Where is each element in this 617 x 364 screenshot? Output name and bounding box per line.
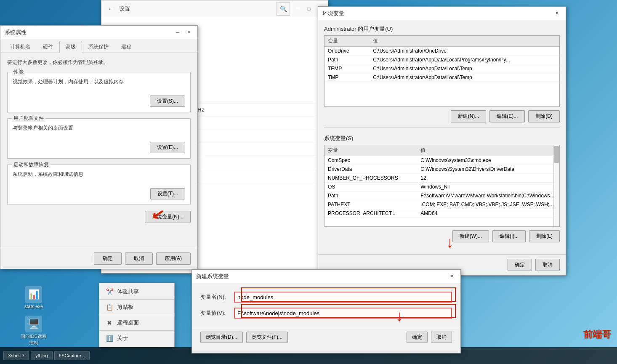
var-value-input[interactable]: [234, 308, 452, 319]
experience-icon: ✂️: [106, 288, 113, 295]
stats-icon: 📊: [25, 286, 42, 303]
settings-nav: ← 设置: [105, 3, 130, 15]
fscapture-label: FSCapture...: [59, 353, 85, 358]
sys-vars-table-container: 变量 值 ComSpec C:\Windows\system32\cmd.exe…: [324, 145, 560, 227]
sys-props-close-btn[interactable]: ✕: [184, 29, 193, 36]
context-menu-remote[interactable]: ✖ 远程桌面: [99, 316, 174, 329]
env-vars-btn[interactable]: 环境变量(N)...: [145, 211, 191, 223]
sys-props-ok-btn[interactable]: 确定: [94, 252, 122, 265]
var-value-label: 变量值(V):: [200, 309, 234, 317]
settings-title: 设置: [119, 5, 130, 13]
user-var-row-2[interactable]: TEMP C:\Users\Administrator\AppData\Loca…: [324, 64, 559, 73]
settings-search-btn[interactable]: 🔍: [277, 2, 290, 16]
sys-props-apply-btn[interactable]: 应用(A): [156, 252, 191, 265]
var-value-row: 变量值(V):: [200, 308, 452, 319]
user-profile-desc: 与登录帐户相关的桌面设置: [13, 125, 185, 132]
sys-var-row-5[interactable]: PATHEXT .COM;.EXE;.BAT;.CMD;.VBS;.VBE;.J…: [324, 200, 559, 209]
sys-new-btn[interactable]: 新建(W)...: [452, 230, 489, 242]
user-vars-table: 变量 值 OneDrive C:\Users\Administrator\One…: [324, 36, 559, 82]
remote-desktop-icon: ✖: [106, 319, 113, 326]
startup-label: 启动和故障恢复: [12, 161, 51, 168]
sys-delete-btn[interactable]: 删除(L): [529, 230, 560, 242]
startup-settings-btn[interactable]: 设置(T)...: [150, 188, 185, 199]
startup-desc: 系统启动，系统故障和调试信息: [13, 171, 185, 178]
settings-back-btn[interactable]: ←: [105, 3, 117, 15]
tab-advanced[interactable]: 高级: [59, 41, 82, 53]
settings-titlebar: ← 设置 🔍 ─ □ ✕: [101, 0, 328, 17]
sys-props-cancel-btn[interactable]: 取消: [125, 252, 153, 265]
taskbar-anything[interactable]: ything: [31, 351, 52, 360]
performance-label: 性能: [12, 69, 25, 76]
remote-icon: 🖥️: [25, 316, 42, 332]
col-val-header: 值: [370, 36, 559, 47]
stats-label: stats.exe: [24, 304, 43, 309]
user-vars-table-container: 变量 值 OneDrive C:\Users\Administrator\One…: [324, 35, 560, 107]
context-menu-clipboard[interactable]: 📋 剪贴板: [99, 300, 174, 314]
scrollbar-thumb[interactable]: [554, 146, 559, 163]
user-delete-btn[interactable]: 删除(D): [528, 110, 560, 122]
new-var-cancel-btn[interactable]: 取消: [431, 332, 452, 343]
sys-props-content: 要进行大多数更改，你必须作为管理员登录。 性能 视觉效果，处理器计划，内存使用，…: [0, 53, 197, 258]
sys-props-minimize-btn[interactable]: ─: [173, 29, 182, 36]
var-name-input[interactable]: [234, 292, 452, 303]
sys-props-controls: ─ ✕: [173, 29, 193, 36]
sys-edit-btn[interactable]: 编辑(I)...: [492, 230, 526, 242]
watermark: 前端哥: [583, 328, 611, 341]
desktop-icon-stats[interactable]: 📊 stats.exe: [20, 286, 47, 309]
sys-col-val-header: 值: [417, 145, 559, 156]
col-var-header: 变量: [324, 36, 370, 47]
tab-computername[interactable]: 计算机名: [4, 41, 37, 53]
context-menu: ✂️ 体验共享 📋 剪贴板 ✖ 远程桌面 ℹ️ 关于: [99, 283, 175, 347]
xshell-label: Xshell 7: [8, 353, 24, 358]
taskbar-fscapture[interactable]: FSCapture...: [54, 351, 90, 360]
sys-props-window: 系统属性 ─ ✕ 计算机名 硬件 高级 系统保护 远程 要进行大多数更改，你必须…: [0, 25, 198, 269]
sys-var-row-4[interactable]: Path F:\software\VMware\VMware Workstati…: [324, 191, 559, 200]
env-titlebar: 环境变量 ✕: [318, 7, 566, 20]
tab-remote[interactable]: 远程: [115, 41, 138, 53]
context-menu-clipboard-label: 剪贴板: [117, 303, 133, 311]
context-menu-experience[interactable]: ✂️ 体验共享: [99, 285, 174, 298]
sys-var-row-3[interactable]: OS Windows_NT: [324, 183, 559, 191]
notice-text: 要进行大多数更改，你必须作为管理员登录。: [7, 59, 191, 66]
startup-section: 启动和故障恢复 系统启动，系统故障和调试信息 设置(T)...: [7, 165, 191, 205]
context-menu-experience-label: 体验共享: [117, 288, 139, 295]
performance-desc: 视觉效果，处理器计划，内存使用，以及虚拟内存: [13, 78, 185, 85]
new-var-controls: ✕: [447, 273, 456, 280]
user-var-row-3[interactable]: TMP C:\Users\Administrator\AppData\Local…: [324, 73, 559, 82]
env-cancel-btn[interactable]: 取消: [535, 259, 560, 271]
sys-col-var-header: 变量: [324, 145, 417, 156]
user-new-btn[interactable]: 新建(N)...: [451, 110, 487, 122]
browse-dir-btn[interactable]: 浏览目录(D)...: [200, 332, 243, 343]
tab-sysprotect[interactable]: 系统保护: [82, 41, 115, 53]
new-var-ok-btn[interactable]: 确定: [407, 332, 428, 343]
sys-var-row-0[interactable]: ComSpec C:\Windows\system32\cmd.exe: [324, 156, 559, 165]
settings-maximize-btn[interactable]: □: [304, 5, 314, 13]
clipboard-icon: 📋: [106, 304, 113, 311]
user-btn-row: 新建(N)... 编辑(E)... 删除(D): [318, 107, 566, 126]
new-var-close-btn[interactable]: ✕: [447, 273, 456, 280]
scrollbar-track[interactable]: [553, 145, 559, 226]
sys-var-row-6[interactable]: PROCESSOR_ARCHITECT... AMD64: [324, 209, 559, 218]
desktop-icon-remote[interactable]: 🖥️ 问问IDC远程控制: [20, 316, 47, 346]
env-ok-btn[interactable]: 确定: [508, 259, 532, 271]
env-close-btn[interactable]: ✕: [552, 10, 561, 17]
sys-var-row-2[interactable]: NUMBER_OF_PROCESSORS 12: [324, 174, 559, 183]
context-menu-about[interactable]: ℹ️ 关于: [99, 332, 174, 345]
var-name-row: 变量名(N):: [200, 292, 452, 303]
env-title: 环境变量: [322, 10, 344, 17]
sys-var-row-1[interactable]: DriverData C:\Windows\System32\Drivers\D…: [324, 165, 559, 174]
user-profile-settings-btn[interactable]: 设置(E)...: [150, 142, 185, 153]
new-var-body: 变量名(N): 变量值(V):: [192, 283, 460, 328]
user-var-row-0[interactable]: OneDrive C:\Users\Administrator\OneDrive: [324, 47, 559, 56]
performance-settings-btn[interactable]: 设置(S)...: [150, 96, 185, 107]
user-var-row-1[interactable]: Path C:\Users\Administrator\AppData\Loca…: [324, 56, 559, 64]
sys-props-tabs: 计算机名 硬件 高级 系统保护 远程: [0, 39, 197, 53]
about-icon: ℹ️: [106, 335, 113, 342]
user-edit-btn[interactable]: 编辑(E)...: [489, 110, 525, 122]
settings-minimize-btn[interactable]: ─: [293, 5, 303, 13]
tab-hardware[interactable]: 硬件: [37, 41, 59, 53]
new-var-title: 新建系统变量: [196, 273, 229, 280]
browse-file-btn[interactable]: 浏览文件(F)...: [246, 332, 288, 343]
performance-section: 性能 视觉效果，处理器计划，内存使用，以及虚拟内存 设置(S)...: [7, 72, 191, 112]
taskbar-xshell[interactable]: Xshell 7: [3, 351, 29, 360]
